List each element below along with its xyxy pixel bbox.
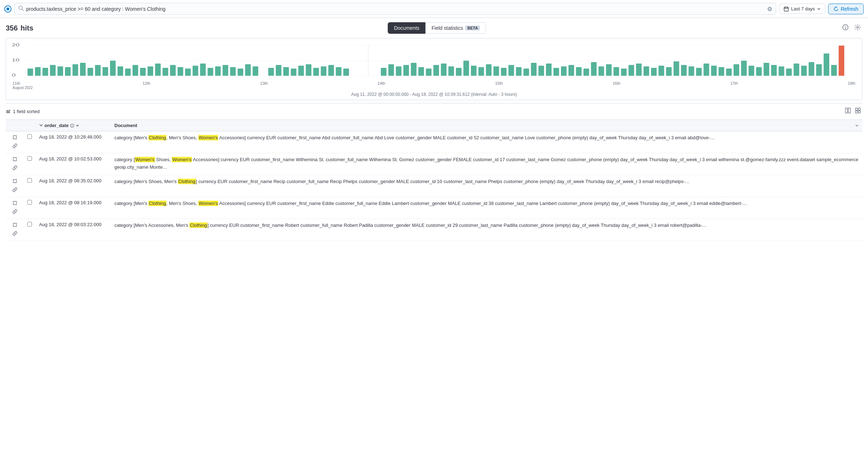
svg-rect-109 — [718, 67, 724, 76]
inspect-button[interactable] — [841, 23, 850, 34]
hits-tabs-row: 356 hits Documents Field statistics BETA — [6, 22, 862, 34]
row-link-button[interactable] — [12, 187, 18, 194]
row-date-cell: Aug 18, 2022 @ 08:03:22.000 — [36, 219, 111, 241]
field-value: Accessories — [218, 201, 244, 206]
row-expand-button[interactable] — [12, 222, 18, 229]
svg-rect-118 — [786, 69, 792, 76]
svg-rect-71 — [433, 65, 439, 76]
svg-rect-74 — [456, 68, 462, 76]
row-date-cell: Aug 18, 2022 @ 10:02:53.000 — [36, 153, 111, 175]
columns-view-button[interactable] — [844, 106, 852, 117]
svg-rect-23 — [42, 68, 48, 76]
tab-documents[interactable]: Documents — [388, 22, 425, 34]
svg-rect-120 — [801, 66, 807, 76]
svg-rect-51 — [253, 66, 258, 76]
tabs-container: Documents Field statistics BETA — [388, 22, 486, 34]
svg-rect-108 — [711, 66, 717, 76]
svg-rect-99 — [643, 66, 649, 76]
svg-rect-7 — [784, 7, 788, 11]
svg-rect-54 — [276, 65, 282, 76]
svg-rect-30 — [95, 65, 101, 76]
field-name: category — [114, 135, 132, 140]
svg-rect-98 — [636, 64, 642, 76]
svg-rect-83 — [523, 69, 529, 76]
x-label-aug15: 15th — [495, 81, 503, 90]
svg-rect-48 — [230, 67, 236, 76]
row-checkbox[interactable] — [27, 134, 32, 139]
svg-rect-90 — [576, 67, 582, 76]
search-input[interactable] — [26, 6, 765, 12]
search-input-container — [14, 3, 776, 15]
row-expand-button[interactable] — [12, 178, 18, 185]
field-value: currency EUR customer_first_name Abd cus… — [246, 135, 715, 140]
svg-rect-96 — [621, 69, 627, 76]
svg-rect-70 — [426, 69, 431, 76]
svg-text:0: 0 — [12, 73, 16, 77]
svg-rect-100 — [651, 68, 657, 76]
svg-rect-95 — [613, 67, 619, 76]
svg-rect-82 — [516, 67, 522, 76]
svg-rect-24 — [50, 65, 56, 76]
svg-rect-130 — [848, 108, 850, 113]
row-checkbox[interactable] — [27, 156, 32, 161]
svg-rect-103 — [674, 61, 679, 76]
date-range-button[interactable]: Last 7 days — [779, 4, 825, 14]
sort-toolbar-icons — [844, 106, 862, 117]
svg-rect-50 — [245, 64, 251, 76]
col-header-actions — [6, 120, 24, 131]
row-document-cell: category [Women's Shoes, Women's Accesso… — [111, 153, 862, 175]
col-header-order-date[interactable]: order_date — [36, 120, 111, 131]
sort-label[interactable]: 1 field sorted — [6, 109, 39, 114]
svg-rect-125 — [839, 46, 844, 76]
row-checkbox[interactable] — [27, 178, 32, 183]
field-value: , Men's Shoes, — [166, 201, 198, 206]
settings-button[interactable] — [853, 23, 862, 34]
svg-rect-110 — [726, 69, 732, 76]
row-date-cell: Aug 18, 2022 @ 08:16:19.000 — [36, 197, 111, 219]
svg-rect-47 — [223, 65, 228, 76]
tab-field-statistics[interactable]: Field statistics BETA — [425, 22, 486, 34]
row-checkbox[interactable] — [27, 200, 32, 205]
sort-info-label: 1 field sorted — [13, 109, 39, 114]
svg-rect-114 — [756, 67, 762, 76]
svg-rect-134 — [858, 111, 860, 113]
main-content: 356 hits Documents Field statistics BETA — [0, 18, 868, 245]
clear-search-button[interactable] — [767, 6, 772, 11]
histogram-chart: 20 10 0 — [12, 43, 856, 79]
svg-rect-75 — [463, 61, 469, 76]
row-link-button[interactable] — [12, 143, 18, 150]
row-expand-button[interactable] — [12, 200, 18, 207]
x-label-aug14: 14th — [378, 81, 385, 90]
svg-rect-92 — [591, 62, 597, 76]
row-document-cell: category [Men's Clothing, Men's Shoes, W… — [111, 197, 862, 219]
row-expand-button[interactable] — [12, 134, 18, 141]
grid-view-button[interactable] — [854, 106, 862, 117]
field-value: Accessories — [218, 135, 244, 140]
svg-rect-60 — [321, 66, 326, 76]
highlighted-term: Women's — [198, 201, 218, 206]
row-link-button[interactable] — [12, 209, 18, 216]
row-actions-cell — [6, 153, 24, 175]
svg-rect-104 — [681, 65, 687, 76]
svg-rect-86 — [546, 64, 552, 76]
svg-rect-55 — [283, 67, 289, 76]
col-header-checkbox — [24, 120, 36, 131]
row-link-button[interactable] — [12, 230, 18, 238]
svg-rect-28 — [80, 63, 86, 76]
svg-rect-42 — [185, 69, 191, 76]
row-actions-cell — [6, 219, 24, 241]
sort-row: 1 field sorted — [6, 103, 862, 120]
field-value: currency EUR customer_first_name Robert … — [209, 223, 707, 228]
svg-rect-37 — [147, 66, 153, 76]
svg-rect-33 — [118, 66, 123, 76]
row-checkbox-cell — [24, 153, 36, 175]
refresh-button[interactable]: Refresh — [828, 4, 864, 14]
svg-rect-67 — [404, 65, 409, 76]
svg-text:20: 20 — [12, 43, 20, 47]
row-checkbox[interactable] — [27, 222, 32, 226]
row-link-button[interactable] — [12, 165, 18, 172]
field-value: currency EUR customer_first_name Eddie c… — [246, 201, 747, 206]
field-value: Men's Accessories, Men's — [135, 223, 189, 228]
row-expand-button[interactable] — [12, 156, 18, 163]
svg-rect-35 — [133, 65, 138, 76]
